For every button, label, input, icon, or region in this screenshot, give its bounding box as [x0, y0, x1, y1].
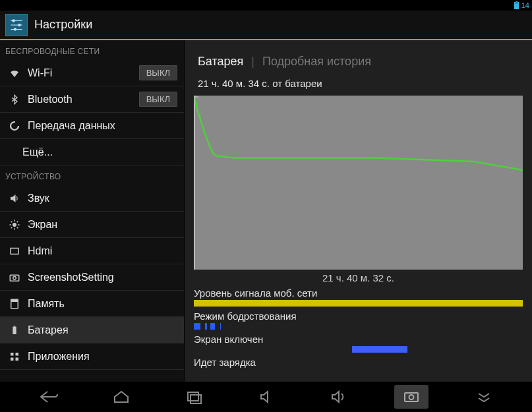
row-awake-track — [194, 323, 523, 330]
battery-chart[interactable] — [194, 96, 523, 270]
svg-point-5 — [14, 28, 16, 30]
sidebar-item-hdmi[interactable]: Hdmi — [0, 238, 184, 264]
battery-chart-svg — [194, 96, 523, 269]
row-charging-label: Идет зарядка — [194, 357, 523, 368]
tab-separator: | — [251, 55, 254, 69]
row-screen-label: Экран включен — [194, 334, 523, 345]
row-signal-track — [194, 300, 523, 307]
tab-history[interactable]: Подробная история — [262, 55, 371, 69]
sidebar-item-display[interactable]: Экран — [0, 212, 184, 238]
sidebar-item-storage[interactable]: Память — [0, 291, 184, 317]
brightness-icon — [7, 219, 22, 231]
sidebar-item-label: Приложения — [28, 351, 90, 363]
svg-rect-16 — [11, 248, 18, 254]
nav-expand-button[interactable] — [467, 385, 501, 409]
storage-icon — [7, 298, 22, 310]
svg-rect-20 — [11, 299, 18, 302]
svg-point-7 — [13, 223, 16, 227]
sound-icon — [7, 192, 22, 204]
sidebar-item-more[interactable]: Ещё... — [0, 139, 184, 165]
nav-screenshot-button[interactable] — [394, 385, 429, 409]
sidebar-item-label: Ещё... — [22, 146, 53, 158]
data-usage-icon — [7, 120, 22, 132]
section-header-wireless: БЕСПРОВОДНЫЕ СЕТИ — [0, 40, 184, 60]
sidebar-item-sound[interactable]: Звук — [0, 185, 184, 212]
apps-icon — [7, 351, 22, 363]
battery-icon — [7, 325, 22, 336]
nav-back-button[interactable] — [32, 385, 66, 409]
sidebar-item-data-usage[interactable]: Передача данных — [0, 113, 184, 139]
row-screen: Экран включен — [194, 334, 523, 353]
svg-line-14 — [11, 227, 13, 228]
svg-rect-26 — [16, 357, 19, 361]
tabs: Батарея | Подробная история — [185, 40, 532, 78]
tab-battery[interactable]: Батарея — [198, 55, 243, 69]
battery-panel: Батарея | Подробная история 21 ч. 40 м. … — [185, 40, 532, 382]
svg-line-12 — [11, 221, 13, 222]
sidebar-item-label: Передача данных — [28, 120, 115, 132]
sidebar-item-wifi[interactable]: Wi-Fi ВЫКЛ — [0, 60, 184, 86]
sidebar-item-label: Память — [28, 298, 65, 310]
settings-sidebar: БЕСПРОВОДНЫЕ СЕТИ Wi-Fi ВЫКЛ Bluetooth В… — [0, 40, 185, 382]
svg-rect-22 — [14, 326, 16, 326]
row-awake-label: Режим бодрствования — [194, 310, 523, 322]
on-battery-time: 21 ч. 40 м. 34 с. от батареи — [185, 78, 532, 93]
svg-rect-31 — [405, 393, 418, 401]
svg-rect-21 — [13, 326, 16, 334]
row-screen-track — [194, 346, 523, 353]
chart-axis-end: 21 ч. 40 м. 32 с. — [185, 272, 532, 283]
status-clock: 14 — [521, 1, 529, 9]
camera-icon — [7, 272, 22, 283]
sidebar-item-label: Bluetooth — [28, 94, 73, 105]
svg-rect-29 — [188, 392, 198, 401]
sidebar-item-label: Экран — [28, 219, 57, 231]
sidebar-item-screenshot[interactable]: ScreenshotSetting — [0, 264, 184, 291]
svg-rect-25 — [11, 357, 14, 361]
main-container: БЕСПРОВОДНЫЕ СЕТИ Wi-Fi ВЫКЛ Bluetooth В… — [0, 40, 532, 382]
svg-rect-30 — [191, 395, 201, 403]
wifi-toggle[interactable]: ВЫКЛ — [139, 65, 177, 80]
nav-home-button[interactable] — [104, 385, 138, 409]
bluetooth-icon — [7, 94, 22, 105]
nav-recent-button[interactable] — [177, 385, 211, 409]
sidebar-item-label: Батарея — [28, 324, 69, 336]
bluetooth-toggle[interactable]: ВЫКЛ — [139, 92, 177, 107]
svg-rect-24 — [16, 353, 19, 356]
section-header-device: УСТРОЙСТВО — [0, 165, 184, 185]
svg-point-3 — [13, 19, 15, 22]
sidebar-item-label: Звук — [28, 192, 49, 204]
row-signal-label: Уровень сигнала моб. сети — [194, 287, 523, 299]
svg-line-13 — [17, 227, 18, 228]
action-bar: Настройки — [0, 11, 532, 40]
row-charging-track — [194, 369, 523, 376]
svg-line-15 — [17, 221, 18, 222]
nav-volume-down-button[interactable] — [249, 385, 283, 409]
battery-status-icon — [514, 2, 519, 9]
sidebar-item-battery[interactable]: Батарея — [0, 317, 184, 343]
sidebar-item-bluetooth[interactable]: Bluetooth ВЫКЛ — [0, 86, 184, 113]
wifi-icon — [7, 67, 22, 79]
system-nav-bar — [0, 382, 532, 412]
row-signal: Уровень сигнала моб. сети — [194, 287, 523, 307]
app-title: Настройки — [34, 18, 92, 32]
row-awake: Режим бодрствования — [194, 310, 523, 330]
status-bar: 14 — [0, 0, 532, 11]
svg-point-32 — [409, 395, 413, 399]
svg-rect-23 — [11, 353, 14, 356]
sidebar-item-label: ScreenshotSetting — [28, 272, 114, 283]
settings-app-icon — [5, 14, 28, 36]
svg-point-4 — [18, 23, 20, 26]
svg-rect-17 — [10, 275, 19, 281]
sidebar-item-apps[interactable]: Приложения — [0, 343, 184, 370]
nav-volume-up-button[interactable] — [322, 385, 356, 409]
row-charging: Идет зарядка — [194, 357, 523, 376]
svg-point-18 — [13, 276, 16, 280]
hdmi-icon — [7, 245, 22, 257]
sidebar-item-label: Hdmi — [28, 245, 52, 257]
sidebar-item-label: Wi-Fi — [28, 67, 52, 79]
svg-point-6 — [11, 122, 18, 130]
